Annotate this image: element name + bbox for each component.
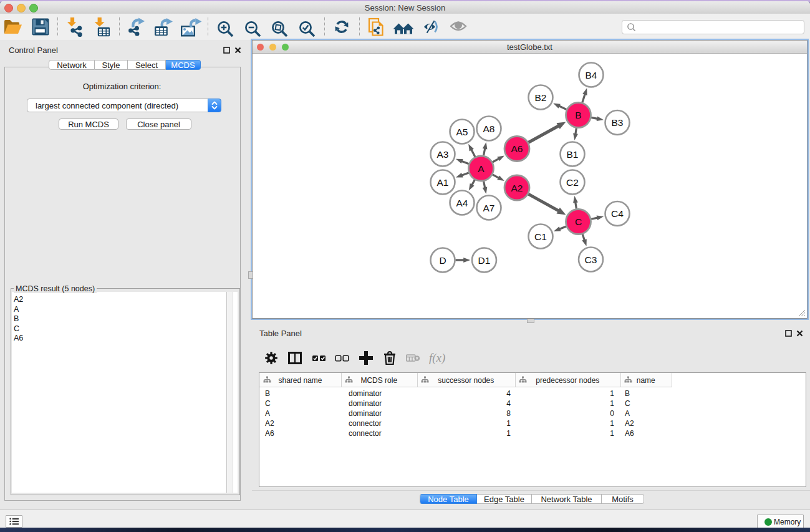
svg-text:A6: A6	[511, 143, 523, 154]
svg-text:D1: D1	[478, 255, 491, 266]
svg-text:C1: C1	[534, 231, 547, 242]
svg-text:A3: A3	[437, 149, 449, 160]
svg-text:C3: C3	[585, 254, 597, 265]
svg-text:B1: B1	[567, 149, 579, 160]
svg-text:C4: C4	[611, 208, 624, 219]
svg-text:B4: B4	[586, 70, 597, 80]
svg-text:A5: A5	[456, 127, 468, 137]
svg-text:B2: B2	[535, 92, 547, 103]
svg-text:A7: A7	[483, 203, 495, 213]
svg-text:A2: A2	[511, 183, 523, 193]
svg-text:B3: B3	[612, 117, 624, 128]
svg-text:A: A	[478, 163, 485, 174]
svg-text:B: B	[575, 110, 581, 120]
svg-text:A8: A8	[483, 123, 495, 134]
svg-text:A1: A1	[437, 177, 449, 188]
svg-text:C2: C2	[566, 177, 579, 188]
svg-text:D: D	[439, 255, 446, 266]
svg-text:C: C	[575, 216, 582, 227]
svg-text:A4: A4	[456, 198, 468, 208]
